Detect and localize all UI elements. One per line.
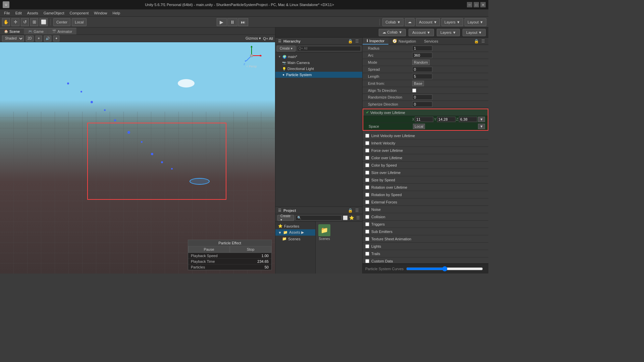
- module-rot-speed-check[interactable]: [365, 193, 369, 197]
- project-create-btn[interactable]: Create ▾: [277, 215, 294, 221]
- maximize-btn[interactable]: □: [474, 2, 479, 7]
- search-all-btn[interactable]: Q+ All: [263, 37, 273, 41]
- menu-gameobject[interactable]: GameObject: [41, 10, 67, 16]
- module-triggers-check[interactable]: [365, 222, 369, 226]
- proj-favorites[interactable]: ⭐ Favorites: [275, 223, 315, 229]
- layout-top-btn[interactable]: Layout ▼: [463, 29, 486, 36]
- hierarchy-more-btn[interactable]: ☰: [354, 39, 360, 44]
- velocity-space-dropdown[interactable]: Local: [413, 124, 425, 129]
- module-ext-forces-check[interactable]: [365, 200, 369, 204]
- minimize-btn[interactable]: ─: [467, 2, 472, 7]
- inspector-more-btn[interactable]: ☰: [480, 39, 486, 44]
- tab-game[interactable]: 🎮 Game: [24, 28, 48, 35]
- module-triggers[interactable]: Triggers: [363, 221, 488, 228]
- module-noise-check[interactable]: [365, 207, 369, 212]
- local-button[interactable]: Local: [72, 18, 87, 26]
- 2d-button[interactable]: 2D: [26, 36, 34, 42]
- module-inherit-vel[interactable]: Inherit Velocity: [363, 139, 488, 147]
- x-input[interactable]: [415, 117, 433, 122]
- module-force[interactable]: Force over Lifetime: [363, 147, 488, 154]
- menu-file[interactable]: File: [1, 10, 13, 16]
- module-collision[interactable]: Collision: [363, 213, 488, 221]
- transform-scale-btn[interactable]: ⊞: [30, 18, 38, 26]
- project-more-btn[interactable]: ☰: [354, 208, 360, 213]
- hier-camera[interactable]: 📷 Main Camera: [275, 60, 362, 66]
- project-icon-2[interactable]: ⭐: [349, 215, 354, 221]
- transform-rotate-btn[interactable]: ↺: [21, 18, 29, 26]
- module-sub-emitters-check[interactable]: [365, 230, 369, 234]
- insp-emitfrom-dropdown[interactable]: Base: [412, 81, 424, 86]
- insp-mode-dropdown[interactable]: Random: [412, 60, 430, 65]
- play-button[interactable]: ▶: [217, 18, 227, 26]
- module-force-check[interactable]: [365, 148, 369, 153]
- pe-stop-btn[interactable]: Stop: [230, 246, 271, 253]
- tab-scene[interactable]: 🏠 Scene: [0, 28, 24, 35]
- module-noise[interactable]: Noise: [363, 206, 488, 213]
- module-limit-vel[interactable]: Limit Velocity over Lifetime: [363, 132, 488, 139]
- menu-component[interactable]: Component: [67, 10, 91, 16]
- insp-radius-input[interactable]: [412, 46, 432, 51]
- scene-viewport[interactable]: X Y Z < Persp Particle Effect Pause Stop…: [0, 42, 275, 274]
- pe-pause-btn[interactable]: Pause: [188, 246, 230, 253]
- module-size-lifetime[interactable]: Size over Lifetime: [363, 169, 488, 176]
- module-color-speed[interactable]: Color by Speed: [363, 162, 488, 169]
- close-btn[interactable]: ✕: [480, 2, 486, 7]
- module-inherit-vel-check[interactable]: [365, 141, 369, 145]
- cloud-button[interactable]: ☁: [405, 18, 415, 26]
- effects-button[interactable]: ✦: [53, 36, 59, 42]
- hierarchy-create-btn[interactable]: Create ▾: [277, 46, 296, 52]
- insp-length-input[interactable]: [412, 74, 432, 79]
- module-lights-check[interactable]: [365, 244, 369, 248]
- account-button[interactable]: Account ▼: [416, 18, 440, 26]
- tab-navigation[interactable]: 🧭 Navigation: [388, 38, 420, 45]
- pause-button[interactable]: ⏸: [227, 18, 237, 26]
- module-custom-data[interactable]: Custom Data: [363, 257, 488, 263]
- transform-rect-btn[interactable]: ⬜: [40, 18, 48, 26]
- menu-assets[interactable]: Assets: [24, 10, 41, 16]
- gizmos-btn[interactable]: Gizmos ▾: [246, 36, 261, 41]
- module-color-speed-check[interactable]: [365, 163, 369, 167]
- module-ext-forces[interactable]: External Forces: [363, 198, 488, 206]
- layers-button[interactable]: Layers ▼: [441, 18, 463, 26]
- hierarchy-lock-btn[interactable]: 🔒: [347, 39, 353, 44]
- vel-menu[interactable]: ▼: [478, 117, 485, 122]
- module-texture-sheet-check[interactable]: [365, 237, 369, 241]
- z-input[interactable]: [459, 117, 477, 122]
- proj-assets[interactable]: ▼ 📁 Assets ▶: [275, 229, 315, 236]
- insp-spheredir-input[interactable]: [412, 102, 432, 107]
- module-rot-lifetime[interactable]: Rotation over Lifetime: [363, 184, 488, 191]
- module-rot-speed[interactable]: Rotation by Speed: [363, 191, 488, 198]
- module-color-lifetime[interactable]: Color over Lifetime: [363, 154, 488, 162]
- layout-button[interactable]: Layout ▼: [465, 18, 486, 26]
- shading-dropdown[interactable]: Shaded: [2, 36, 24, 42]
- center-button[interactable]: Center: [53, 18, 70, 26]
- module-size-lifetime-check[interactable]: [365, 171, 369, 175]
- transform-hand-btn[interactable]: ✋: [2, 18, 10, 26]
- step-button[interactable]: ⏭: [238, 18, 248, 26]
- module-trails[interactable]: Trails: [363, 250, 488, 257]
- module-size-speed[interactable]: Size by Speed: [363, 176, 488, 184]
- module-rot-lifetime-check[interactable]: [365, 185, 369, 189]
- account-top-btn[interactable]: Account ▼: [409, 29, 434, 36]
- hier-particles[interactable]: ✦ Particle System: [275, 72, 362, 78]
- curves-slider[interactable]: [406, 266, 483, 272]
- module-size-speed-check[interactable]: [365, 178, 369, 182]
- tab-animator[interactable]: 🎬 Animator: [48, 28, 76, 35]
- collab-top-btn[interactable]: ☁ Collab ▼: [379, 29, 406, 36]
- layers-top-btn[interactable]: Layers ▼: [437, 29, 460, 36]
- hierarchy-search[interactable]: [297, 46, 361, 51]
- insp-arc-input[interactable]: [412, 53, 432, 58]
- insp-spread-input[interactable]: [412, 67, 432, 72]
- insp-randdir-input[interactable]: [412, 95, 432, 100]
- module-lights[interactable]: Lights: [363, 243, 488, 250]
- project-search[interactable]: [296, 215, 341, 221]
- module-custom-data-check[interactable]: [365, 259, 369, 263]
- menu-help[interactable]: Help: [110, 10, 123, 16]
- particle-emitter-object[interactable]: [190, 178, 210, 185]
- project-icon-3[interactable]: ☰: [356, 215, 360, 221]
- module-texture-sheet[interactable]: Texture Sheet Animation: [363, 235, 488, 243]
- menu-edit[interactable]: Edit: [13, 10, 24, 16]
- vel-space-menu[interactable]: ▼: [478, 124, 485, 129]
- hier-main[interactable]: ▼ 🌍 main*: [275, 54, 362, 60]
- lighting-button[interactable]: ☀: [36, 36, 42, 42]
